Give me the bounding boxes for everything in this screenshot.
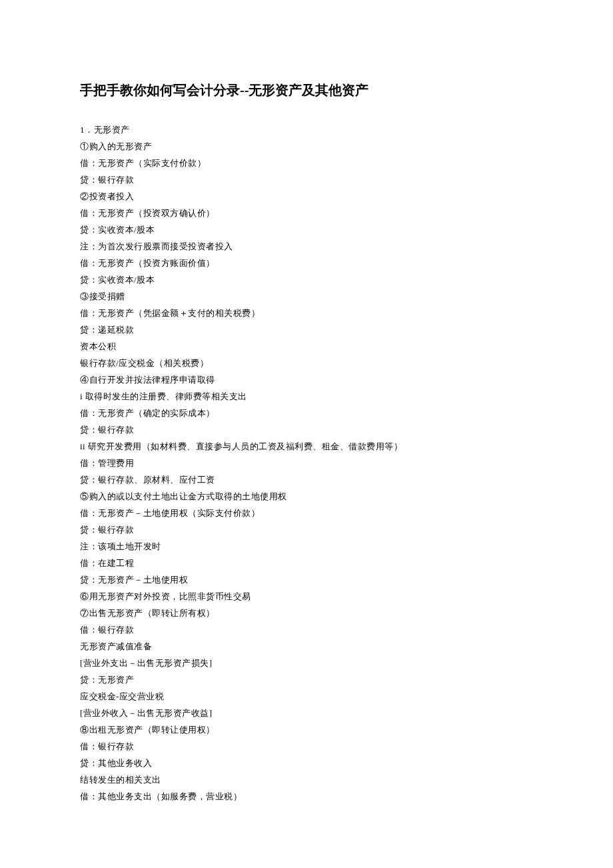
line: ⑥用无形资产对外投资，比照非货币性交易	[80, 588, 533, 605]
line: 注：为首次发行股票而接受投资者投入	[80, 238, 533, 255]
line: 借：银行存款	[80, 738, 533, 755]
line: 贷：银行存款、原材料、应付工资	[80, 471, 533, 488]
line: 借：银行存款	[80, 621, 533, 638]
line: 借：管理费用	[80, 455, 533, 471]
line: 注：该项土地开发时	[80, 538, 533, 555]
line: 贷：银行存款	[80, 521, 533, 538]
line: 贷：无形资产	[80, 671, 533, 688]
line: 贷：其他业务收入	[80, 755, 533, 771]
document-title: 手把手教你如何写会计分录--无形资产及其他资产	[80, 80, 533, 100]
line: 贷：实收资本/股本	[80, 271, 533, 288]
line: 贷：递延税款	[80, 321, 533, 338]
line: 借：无形资产（投资双方确认价）	[80, 205, 533, 221]
line: 借：无形资产（实际支付价款）	[80, 155, 533, 171]
line: ③接受捐赠	[80, 288, 533, 305]
line: 借：在建工程	[80, 555, 533, 571]
line: ④自行开发并按法律程序申请取得	[80, 371, 533, 388]
line: ①购入的无形资产	[80, 138, 533, 155]
line: ⑤购入的或以支付土地出让金方式取得的土地使用权	[80, 488, 533, 505]
line: ⑦出售无形资产（即转让所有权）	[80, 605, 533, 621]
line: 资本公积	[80, 338, 533, 355]
line: 贷：实收资本/股本	[80, 221, 533, 238]
line: i 取得时发生的注册费、律师费等相关支出	[80, 388, 533, 405]
line: 银行存款/应交税金（相关税费）	[80, 355, 533, 371]
document-body: 1．无形资产 ①购入的无形资产 借：无形资产（实际支付价款） 贷：银行存款 ②投…	[80, 121, 533, 805]
line: 无形资产减值准备	[80, 638, 533, 655]
line: 结转发生的相关支出	[80, 771, 533, 788]
line: 借：无形资产（凭据金额＋支付的相关税费）	[80, 305, 533, 321]
line: 贷：银行存款	[80, 171, 533, 188]
line: 借：无形资产（投资方账面价值）	[80, 255, 533, 271]
line: 贷：无形资产－土地使用权	[80, 571, 533, 588]
line: 1．无形资产	[80, 121, 533, 138]
line: 借：其他业务支出（如服务费，营业税）	[80, 788, 533, 805]
line: [营业外收入－出售无形资产收益]	[80, 705, 533, 721]
line: 贷：银行存款	[80, 421, 533, 438]
line: [营业外支出－出售无形资产损失]	[80, 655, 533, 671]
line: 借：无形资产（确定的实际成本）	[80, 405, 533, 421]
line: 应交税金-应交营业税	[80, 688, 533, 705]
line: ⑧出租无形资产（即转让使用权）	[80, 721, 533, 738]
line: ii 研究开发费用（如材料费、直接参与人员的工资及福利费、租金、借款费用等）	[80, 438, 533, 455]
line: 借：无形资产－土地使用权（实际支付价款）	[80, 505, 533, 521]
line: ②投资者投入	[80, 188, 533, 205]
